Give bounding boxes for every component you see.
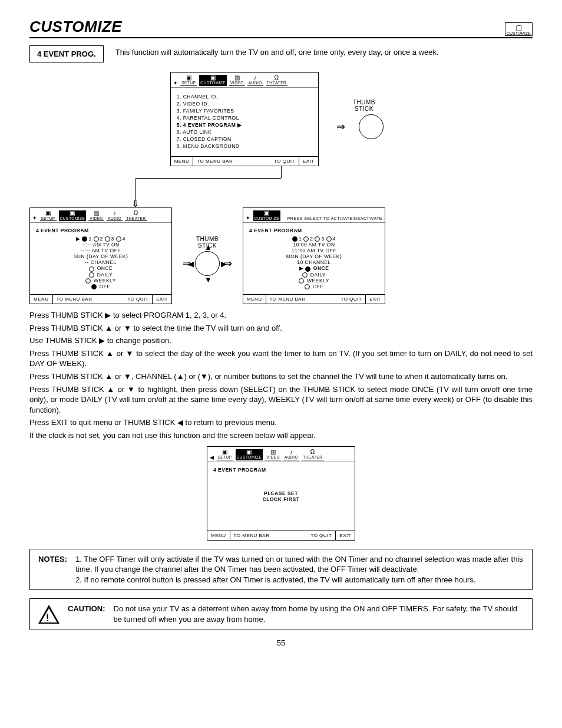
- caution-box: ! CAUTION: Do not use your TV as a deter…: [29, 598, 533, 630]
- osd-screen-1: ✦ ▣SETUP ▣CUSTOMIZE ▥VIDEO ♪AUDIO ΩTHEAT…: [170, 72, 319, 166]
- page-number: 55: [29, 638, 533, 647]
- warning-icon: !: [38, 605, 59, 624]
- page-title: CUSTOMIZE: [29, 18, 122, 36]
- section-label: 4 EVENT PROG.: [29, 45, 104, 62]
- section-intro: This function will automatically turn th…: [115, 45, 533, 57]
- instructions: Press THUMB STICK ▶ to select PROGRAM 1,…: [29, 310, 533, 440]
- thumb-stick-1: THUMB STICK ⇒: [336, 99, 392, 139]
- notes-box: NOTES: 1. The OFF Timer will only activa…: [29, 549, 533, 591]
- osd-screen-3: ✦ ▣CUSTOMIZE PRESS SELECT TO ACTIVATE/DE…: [243, 207, 385, 305]
- menu-list: 1. CHANNEL ID. 2. VIDEO ID. 3. FAMILY FA…: [171, 88, 318, 156]
- thumb-stick-2: THUMB STICK ⇒ ▲ ▼ ◀ ▶ ⇒: [183, 236, 232, 276]
- customize-corner-icon: ▢CUSTOMIZE: [505, 22, 533, 36]
- flow-arrow-down-icon: ⇓: [131, 198, 139, 209]
- osd-screen-4: ◀ ▣SETUP ▣CUSTOMIZE ▥VIDEO ♪AUDIO ΩTHEAT…: [207, 446, 355, 541]
- osd-screen-2: ✦ ▣SETUP ▣CUSTOMIZE ▥VIDEO ♪AUDIO ΩTHEAT…: [29, 207, 172, 305]
